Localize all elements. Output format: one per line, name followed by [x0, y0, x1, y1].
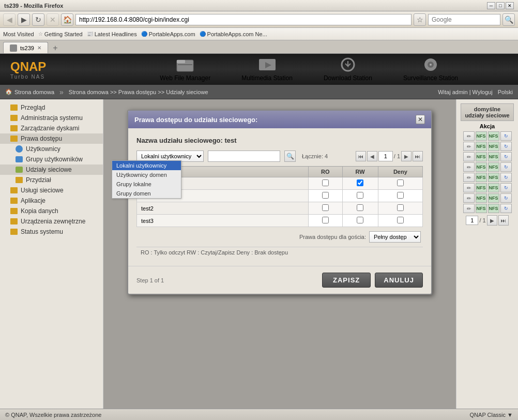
checkbox-test1-ro[interactable]	[322, 192, 329, 199]
status-right[interactable]: QNAP Classic ▼	[470, 412, 513, 418]
guest-access-dropdown[interactable]: Pełny dostęp Tylko odczyt Brak dostępu	[369, 231, 421, 243]
window-controls[interactable]: ─ □ ✕	[487, 2, 514, 9]
rp-nfs2-btn[interactable]: NFS	[488, 183, 499, 192]
checkbox-test3-deny[interactable]	[397, 217, 404, 223]
nav-language[interactable]: Polski	[498, 89, 513, 95]
rp-nfs1-btn[interactable]: NFS	[476, 193, 487, 203]
checkbox-admin-ro[interactable]	[322, 179, 329, 186]
rp-nfs2-btn[interactable]: NFS	[488, 131, 499, 141]
rp-nfs1-btn[interactable]: NFS	[476, 152, 487, 161]
sidebar-item-udzialy[interactable]: Udziały sieciowe	[0, 164, 103, 175]
search-button[interactable]: 🔍	[502, 13, 515, 26]
checkbox-test2-ro[interactable]	[322, 204, 329, 211]
rp-nfs2-btn[interactable]: NFS	[488, 193, 499, 203]
cell-admin-deny[interactable]	[378, 177, 422, 190]
prev-page-button[interactable]: ◀	[367, 151, 377, 161]
rp-edit-btn[interactable]: ✏	[463, 204, 475, 213]
cell-test1-rw[interactable]	[342, 190, 378, 202]
nav-expand-button[interactable]: »	[59, 88, 64, 96]
modal-close-button[interactable]: ✕	[416, 115, 425, 124]
star-button[interactable]: ☆	[414, 13, 426, 26]
bookmark-portableapps[interactable]: 🔵 PortableApps.com	[141, 31, 195, 37]
rp-nfs1-btn[interactable]: NFS	[476, 183, 487, 192]
rp-nfs2-btn[interactable]: NFS	[488, 152, 499, 161]
cell-test1-ro[interactable]	[308, 190, 342, 202]
sidebar-item-przydział[interactable]: Przydział	[0, 175, 103, 185]
rp-refresh-btn[interactable]: ↻	[500, 142, 512, 151]
maximize-button[interactable]: □	[496, 2, 505, 9]
rp-refresh-btn[interactable]: ↻	[500, 173, 512, 182]
rp-nfs1-btn[interactable]: NFS	[476, 162, 487, 172]
dropdown-item-local-groups[interactable]: Grupy lokalne	[112, 179, 181, 189]
checkbox-admin-rw[interactable]	[357, 179, 363, 186]
checkbox-test3-rw[interactable]	[357, 217, 363, 223]
sidebar-item-prawa[interactable]: Prawa dostępu	[0, 133, 103, 144]
cell-test2-ro[interactable]	[308, 202, 342, 215]
cancel-button[interactable]: ANULUJ	[375, 273, 423, 288]
first-page-button[interactable]: ⏮	[356, 151, 366, 161]
rp-refresh-btn[interactable]: ↻	[500, 131, 512, 141]
minimize-button[interactable]: ─	[487, 2, 495, 9]
rp-nfs1-btn[interactable]: NFS	[476, 131, 487, 141]
close-button[interactable]: ✕	[506, 2, 514, 9]
page-input[interactable]	[378, 151, 393, 161]
checkbox-test1-deny[interactable]	[397, 192, 404, 199]
search-button[interactable]: 🔍	[284, 151, 296, 162]
sidebar-item-zarzadzanie[interactable]: Zarządzanie dyskami	[0, 123, 103, 133]
rp-nfs2-btn[interactable]: NFS	[488, 173, 499, 182]
rp-nfs1-btn[interactable]: NFS	[476, 142, 487, 151]
stop-button[interactable]: ✕	[47, 13, 59, 26]
nav-surveillance-station[interactable]: Surveillance Station	[403, 57, 458, 82]
rp-nfs2-btn[interactable]: NFS	[488, 142, 499, 151]
sidebar-item-kopia[interactable]: Kopia danych	[0, 206, 103, 216]
cell-test2-deny[interactable]	[378, 202, 422, 215]
rp-edit-btn[interactable]: ✏	[463, 131, 475, 141]
cell-admin-rw[interactable]	[342, 177, 378, 190]
checkbox-test2-deny[interactable]	[397, 204, 404, 211]
sidebar-item-uslugi[interactable]: Usługi sieciowe	[0, 185, 103, 196]
rp-nfs1-btn[interactable]: NFS	[476, 204, 487, 213]
forward-button[interactable]: ▶	[18, 13, 30, 26]
search-bar[interactable]	[428, 14, 500, 25]
rp-nfs2-btn[interactable]: NFS	[488, 204, 499, 213]
save-button[interactable]: ZAPISZ	[322, 273, 371, 288]
cell-test3-deny[interactable]	[378, 215, 422, 227]
nav-home-link[interactable]: 🏠 Strona domowa	[5, 88, 54, 95]
dropdown-item-domain-groups[interactable]: Grupy domen	[112, 189, 181, 198]
dropdown-item-local-users[interactable]: Lokalni użytkownicy	[112, 161, 181, 170]
nav-web-file-manager[interactable]: Web File Manager	[160, 57, 210, 82]
rp-edit-btn[interactable]: ✏	[463, 162, 475, 172]
next-page-button[interactable]: ▶	[401, 151, 412, 161]
nav-download-station[interactable]: Download Station	[324, 57, 372, 82]
checkbox-test1-rw[interactable]	[357, 192, 363, 199]
rp-last-btn[interactable]: ⏭	[498, 215, 509, 226]
rp-refresh-btn[interactable]: ↻	[500, 152, 512, 161]
address-bar[interactable]	[75, 14, 412, 25]
rp-page-input[interactable]	[466, 216, 478, 225]
bookmark-getting-started[interactable]: ☆ Getting Started	[38, 31, 83, 37]
sidebar-item-grupy[interactable]: Grupy użytkowników	[0, 154, 103, 164]
checkbox-admin-deny[interactable]	[397, 179, 404, 186]
checkbox-test2-rw[interactable]	[357, 204, 363, 211]
sidebar-item-przeglad[interactable]: Przegląd	[0, 102, 103, 113]
cell-test3-ro[interactable]	[308, 215, 342, 227]
rp-refresh-btn[interactable]: ↻	[500, 193, 512, 203]
rp-refresh-btn[interactable]: ↻	[500, 204, 512, 213]
search-input[interactable]	[208, 151, 280, 162]
rp-nfs2-btn[interactable]: NFS	[488, 162, 499, 172]
home-button[interactable]: 🏠	[61, 13, 73, 26]
back-button[interactable]: ◀	[3, 13, 16, 26]
rp-nfs1-btn[interactable]: NFS	[476, 173, 487, 182]
tab-close-icon[interactable]: ✕	[37, 45, 41, 51]
rp-refresh-btn[interactable]: ↻	[500, 183, 512, 192]
rp-edit-btn[interactable]: ✏	[463, 142, 475, 151]
reload-button[interactable]: ↻	[32, 13, 44, 26]
cell-test1-deny[interactable]	[378, 190, 422, 202]
sidebar-item-aplikacje[interactable]: Aplikacje	[0, 196, 103, 206]
nav-multimedia-station[interactable]: Multimedia Station	[241, 57, 293, 82]
tab-ts239[interactable]: ts239 ✕	[3, 42, 48, 53]
sidebar-item-uzytkownicy[interactable]: Użytkownicy	[0, 144, 103, 154]
last-page-button[interactable]: ⏭	[413, 151, 423, 161]
new-tab-button[interactable]: +	[50, 43, 60, 53]
rp-refresh-btn[interactable]: ↻	[500, 162, 512, 172]
